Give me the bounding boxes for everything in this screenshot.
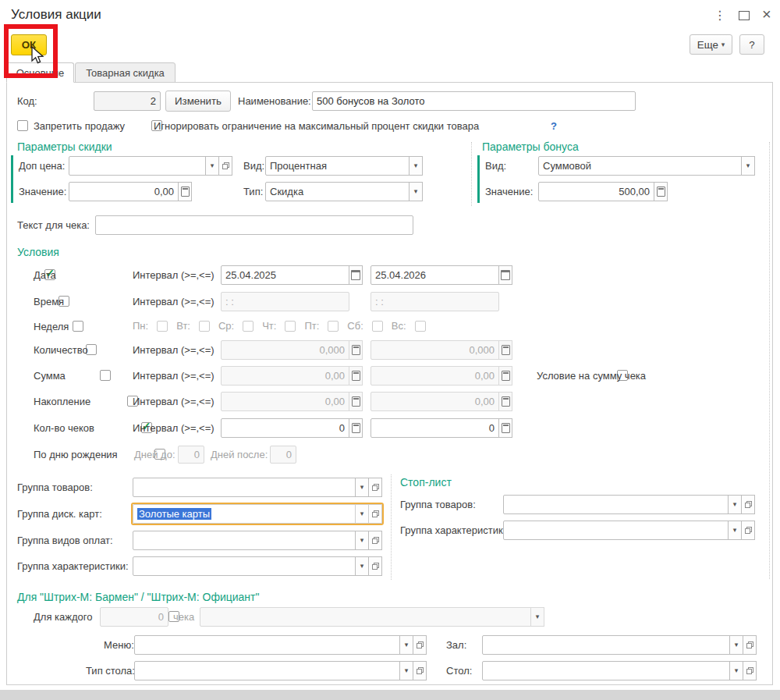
bonus-kind-field[interactable]: Суммовой ▾ <box>538 156 755 176</box>
discount-kind-value[interactable]: Процентная <box>265 156 410 176</box>
receipt-text-input[interactable] <box>95 215 413 235</box>
characteristics-group-input[interactable] <box>133 556 356 576</box>
table-field[interactable]: ▾ <box>482 661 757 680</box>
table-open-button[interactable] <box>743 661 757 680</box>
sum-from-input[interactable]: 0,00 <box>221 366 349 386</box>
window-menu-icon[interactable]: ⋮ <box>714 8 726 23</box>
disc-card-group-dropdown-button[interactable]: ▾ <box>355 504 369 524</box>
accumulation-to-field[interactable]: 0,00 <box>370 392 512 411</box>
help-question-icon[interactable]: ? <box>551 120 557 132</box>
bonus-value-calc-button[interactable] <box>654 182 668 201</box>
disc-card-group-input[interactable]: Золотые карты <box>133 504 356 524</box>
discount-type-field[interactable]: Скидка ▾ <box>265 182 423 201</box>
day-wed-checkbox[interactable] <box>243 321 254 332</box>
for-each-select-field[interactable]: ▾ <box>200 607 544 627</box>
menu-open-button[interactable] <box>413 635 427 655</box>
change-button[interactable]: Изменить <box>165 91 231 112</box>
dop-price-field[interactable]: ▾ <box>69 156 232 176</box>
sum-checkbox[interactable] <box>100 370 111 381</box>
dop-price-input[interactable] <box>69 156 206 176</box>
sum-to-calc-button[interactable] <box>498 366 512 386</box>
sum-to-field[interactable]: 0,00 <box>370 366 512 386</box>
bonus-kind-value[interactable]: Суммовой <box>538 156 742 176</box>
bonus-value-input[interactable]: 500,00 <box>538 182 654 201</box>
discount-kind-field[interactable]: Процентная ▾ <box>265 156 423 176</box>
discount-type-value[interactable]: Скидка <box>265 182 410 201</box>
discount-type-dropdown-button[interactable]: ▾ <box>409 182 423 201</box>
sum-from-field[interactable]: 0,00 <box>221 366 363 386</box>
name-input[interactable]: 500 бонусов на Золото <box>312 91 636 111</box>
payment-types-group-open-button[interactable] <box>368 531 382 550</box>
code-input[interactable]: 2 <box>94 91 161 111</box>
quantity-to-field[interactable]: 0,000 <box>370 340 512 360</box>
bonus-value-field[interactable]: 500,00 <box>538 182 668 201</box>
receipt-count-to-input[interactable]: 0 <box>370 418 499 438</box>
time-from-input[interactable]: : : <box>221 292 349 311</box>
receipt-count-to-calc-button[interactable] <box>498 418 512 438</box>
receipt-count-to-field[interactable]: 0 <box>370 418 512 438</box>
table-type-input[interactable] <box>134 661 400 680</box>
discount-value-input[interactable]: 0,00 <box>69 182 179 201</box>
sum-from-calc-button[interactable] <box>349 366 363 386</box>
for-each-count-input[interactable]: 0 <box>100 607 168 627</box>
date-from-input[interactable]: 25.04.2025 <box>221 265 349 285</box>
time-to-input[interactable]: : : <box>370 292 499 311</box>
menu-input[interactable] <box>134 635 400 655</box>
stoplist-goods-group-field[interactable]: ▾ <box>503 495 755 514</box>
stoplist-characteristics-group-dropdown-button[interactable]: ▾ <box>728 521 742 540</box>
goods-group-dropdown-button[interactable]: ▾ <box>355 478 369 497</box>
day-tue-checkbox[interactable] <box>199 321 210 332</box>
table-type-field[interactable]: ▾ <box>134 661 427 680</box>
quantity-from-input[interactable]: 0,000 <box>221 340 349 360</box>
hall-open-button[interactable] <box>743 635 757 655</box>
table-type-open-button[interactable] <box>413 661 427 680</box>
hall-dropdown-button[interactable]: ▾ <box>729 635 743 655</box>
payment-types-group-field[interactable]: ▾ <box>133 531 382 550</box>
days-after-input[interactable]: 0 <box>270 446 296 464</box>
goods-group-open-button[interactable] <box>368 478 382 497</box>
accumulation-from-calc-button[interactable] <box>349 392 363 411</box>
receipt-count-from-field[interactable]: 0 <box>221 418 363 438</box>
stoplist-goods-group-open-button[interactable] <box>741 495 755 514</box>
days-before-input[interactable]: 0 <box>178 446 204 464</box>
characteristics-group-dropdown-button[interactable]: ▾ <box>355 556 369 576</box>
bonus-kind-dropdown-button[interactable]: ▾ <box>741 156 755 176</box>
date-to-input[interactable]: 25.04.2026 <box>370 265 499 285</box>
goods-group-input[interactable] <box>133 478 356 497</box>
date-to-calendar-button[interactable] <box>498 265 512 285</box>
stoplist-characteristics-group-field[interactable]: ▾ <box>503 521 755 540</box>
day-mon-checkbox[interactable] <box>157 321 168 332</box>
day-sat-checkbox[interactable] <box>372 321 383 332</box>
receipt-count-from-input[interactable]: 0 <box>221 418 349 438</box>
for-each-select-input[interactable] <box>200 607 531 627</box>
payment-types-group-dropdown-button[interactable]: ▾ <box>355 531 369 550</box>
accumulation-from-field[interactable]: 0,00 <box>221 392 363 411</box>
accumulation-to-input[interactable]: 0,00 <box>370 392 499 411</box>
menu-dropdown-button[interactable]: ▾ <box>399 635 413 655</box>
sum-to-input[interactable]: 0,00 <box>370 366 499 386</box>
table-dropdown-button[interactable]: ▾ <box>729 661 743 680</box>
receipt-count-from-calc-button[interactable] <box>349 418 363 438</box>
quantity-from-field[interactable]: 0,000 <box>221 340 363 360</box>
discount-value-calc-button[interactable] <box>178 182 192 201</box>
characteristics-group-field[interactable]: ▾ <box>133 556 382 576</box>
day-sun-checkbox[interactable] <box>415 321 426 332</box>
discount-value-field[interactable]: 0,00 <box>69 182 192 201</box>
tab-product-discount[interactable]: Товарная скидка <box>75 62 176 83</box>
hall-field[interactable]: ▾ <box>482 635 757 655</box>
maximize-icon[interactable] <box>739 11 750 23</box>
goods-group-field[interactable]: ▾ <box>133 478 382 497</box>
dop-price-open-button[interactable] <box>218 156 232 176</box>
day-fri-checkbox[interactable] <box>328 321 339 332</box>
disc-card-group-field-focused[interactable]: Золотые карты ▾ <box>131 503 384 525</box>
help-button[interactable]: ? <box>739 34 764 55</box>
day-thu-checkbox[interactable] <box>285 321 296 332</box>
week-checkbox[interactable] <box>73 321 83 332</box>
quantity-to-input[interactable]: 0,000 <box>370 340 499 360</box>
stoplist-goods-group-dropdown-button[interactable]: ▾ <box>728 495 742 514</box>
hall-input[interactable] <box>482 635 730 655</box>
stoplist-goods-group-input[interactable] <box>503 495 729 514</box>
accumulation-from-input[interactable]: 0,00 <box>221 392 349 411</box>
table-type-dropdown-button[interactable]: ▾ <box>399 661 413 680</box>
discount-kind-dropdown-button[interactable]: ▾ <box>409 156 423 176</box>
